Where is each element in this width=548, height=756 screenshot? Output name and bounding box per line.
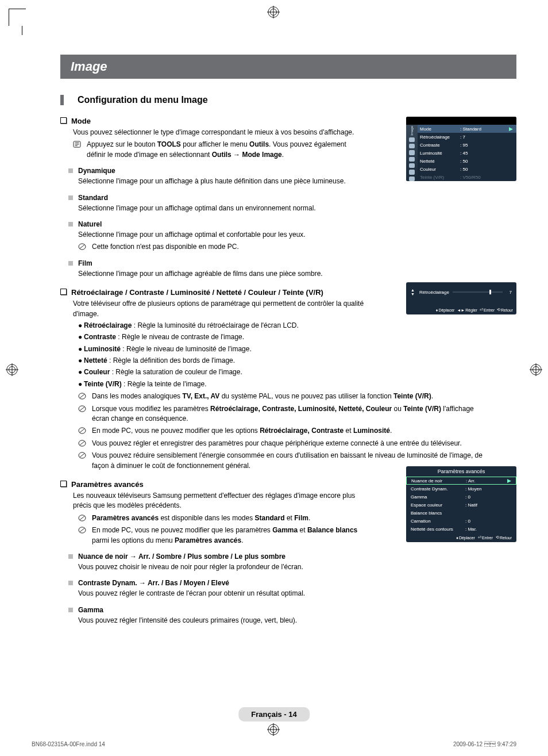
osd-row: Gamma: 0 <box>406 493 516 501</box>
bullet-teinte: ●Teinte (V/R) : Règle la teinte de l'ima… <box>78 379 516 389</box>
adv-intro: Les nouveaux téléviseurs Samsung permett… <box>73 491 365 511</box>
osd-slider-value: 7 <box>506 290 512 295</box>
note-icon <box>78 515 86 521</box>
help-move: ♦ Déplacer <box>436 308 455 312</box>
subheading-contraste-dynam: Contraste Dynam. → Arr. / Bas / Moyen / … <box>68 579 516 587</box>
osd-row-selected: Nuance de noir: Arr.▶ <box>406 477 516 485</box>
note-icon <box>78 427 86 434</box>
square-bullet-icon <box>60 117 67 124</box>
note-pal: Dans les modes analogiques TV, Ext., AV … <box>92 392 433 401</box>
note-icon <box>78 527 86 534</box>
support-icon <box>409 176 415 181</box>
osd-row: Luminosité: 45 <box>418 149 516 157</box>
note-icon <box>78 405 86 412</box>
subheading-standard: Standard <box>68 194 516 202</box>
adv-note-pc: En mode PC, vous ne pouvez modifier que … <box>92 525 365 546</box>
slider-thumb <box>489 290 491 294</box>
tv-icon <box>409 137 415 142</box>
help-return: ⟲ Retour <box>497 308 513 312</box>
gear-icon <box>409 157 415 162</box>
svg-line-20 <box>80 394 85 398</box>
bullet-couleur: ●Couleur : Règle la saturation de couleu… <box>78 367 516 377</box>
chevron-right-icon: ▶ <box>507 478 511 483</box>
tools-note: Appuyez sur le bouton TOOLS pour affiche… <box>87 140 365 160</box>
grey-square-icon <box>68 261 73 266</box>
section-heading-row: Configuration du menu Image <box>60 95 516 105</box>
speaker-icon <box>409 150 415 155</box>
naturel-note: Cette fonction n'est pas disponible en m… <box>92 242 239 252</box>
footer-timestamp: 2009-06-12  9:47:29 <box>453 741 516 747</box>
svg-line-30 <box>80 516 85 520</box>
note-modify: Lorsque vous modifiez les paramètres Rét… <box>92 404 492 424</box>
subheading-gamma: Gamma <box>68 606 516 614</box>
svg-line-28 <box>80 454 85 458</box>
svg-line-18 <box>80 245 85 249</box>
square-bullet-icon <box>60 289 67 295</box>
osd-row: Espace couleur: Natif <box>406 501 516 509</box>
note-save: Vous pouvez régler et enregistrer des pa… <box>92 439 462 448</box>
osd-row: Balance blancs <box>406 509 516 517</box>
osd-advanced-params: Paramètres avancés Nuance de noir: Arr.▶… <box>406 466 516 542</box>
osd-row: Couleur: 50 <box>418 165 516 173</box>
subheading-film: Film <box>68 259 516 267</box>
grey-square-icon <box>68 554 73 559</box>
note-icon <box>78 452 86 459</box>
bullet-retro: ●Rétroéclairage : Règle la luminosité du… <box>78 321 516 331</box>
input-icon <box>409 163 415 168</box>
osd-backlight-slider: ▲▼ Rétroéclairage 7 ♦ Déplacer ◄► Régler… <box>406 282 516 314</box>
note-icon <box>78 440 86 447</box>
osd-row: Contraste: 95 <box>418 141 516 149</box>
note-icon <box>78 393 86 400</box>
bullet-contraste: ●Contraste : Règle le niveau de contrast… <box>78 332 516 342</box>
grey-square-icon <box>68 195 73 200</box>
help-return: ⟲ Retour <box>496 535 512 540</box>
standard-desc: Sélectionne l'image pour un affichage op… <box>78 204 365 213</box>
gamma-desc: Vous pouvez régler l'intensité des coule… <box>78 616 365 625</box>
note-pc: En mode PC, vous ne pouvez modifier que … <box>92 426 392 436</box>
osd-row: Carnation: 0 <box>406 517 516 525</box>
osd-sidebar-label: Image <box>410 126 414 136</box>
grey-square-icon <box>68 608 73 612</box>
osd-row-disabled: Teinte (V/R): V50/R50 <box>418 173 516 181</box>
tools-icon <box>73 141 81 148</box>
app-icon <box>409 170 415 174</box>
dynamique-desc: Sélectionne l'image pour un affichage à … <box>78 176 365 186</box>
grey-square-icon <box>68 222 73 227</box>
page-title: Image <box>60 55 516 79</box>
osd-image-menu: Image Mode : Standard ▶ Rétroéclairage: … <box>406 117 516 181</box>
page-footer-badge: Français - 14 <box>238 707 310 722</box>
slider-track <box>453 291 503 293</box>
help-move: ♦ Déplacer <box>456 535 475 540</box>
svg-line-26 <box>80 441 85 445</box>
film-desc: Sélectionne l'image pour un affichage ag… <box>78 269 365 279</box>
note-icon <box>78 243 86 250</box>
naturel-desc: Sélectionne l'image pour un affichage op… <box>78 230 365 240</box>
subheading-nuance-noir: Nuance de noir → Arr. / Sombre / Plus so… <box>68 552 516 561</box>
subheading-naturel: Naturel <box>68 220 516 228</box>
square-bullet-icon <box>60 481 67 487</box>
osd-row: Netteté des contours: Mar. <box>406 525 516 533</box>
bullet-luminosite: ●Luminosité : Règle le niveau de luminos… <box>78 344 516 354</box>
osd-slider-label: Rétroéclairage <box>419 290 449 295</box>
heading-accent <box>60 95 64 105</box>
osd-row: Rétroéclairage: 7 <box>418 133 516 141</box>
osd-row: Contraste Dynam.: Moyen <box>406 485 516 493</box>
svg-line-22 <box>80 406 85 410</box>
osd-row: Netteté: 50 <box>418 157 516 165</box>
osd-row-mode: Mode : Standard ▶ <box>418 125 516 133</box>
adv-note-modes: Paramètres avancés est disponible dans l… <box>92 513 310 523</box>
mode-intro: Vous pouvez sélectionner le type d'image… <box>73 128 365 137</box>
help-enter: ⏎ Entrer <box>480 308 495 312</box>
contraste-dynam-desc: Vous pouvez régler le contraste de l'écr… <box>78 589 365 598</box>
chevron-right-icon: ▶ <box>509 126 513 132</box>
help-enter: ⏎ Entrer <box>478 535 493 540</box>
svg-line-24 <box>80 429 85 433</box>
nuance-noir-desc: Vous pouvez choisir le niveau de noir po… <box>78 562 365 572</box>
bullet-nettete: ●Netteté : Règle la définition des bords… <box>78 356 516 366</box>
svg-line-32 <box>80 528 85 532</box>
grey-square-icon <box>68 581 73 585</box>
section-heading: Configuration du menu Image <box>78 95 208 105</box>
registration-mark-icon <box>267 723 280 736</box>
osd-title: Paramètres avancés <box>406 466 516 477</box>
signal-icon <box>409 144 415 148</box>
